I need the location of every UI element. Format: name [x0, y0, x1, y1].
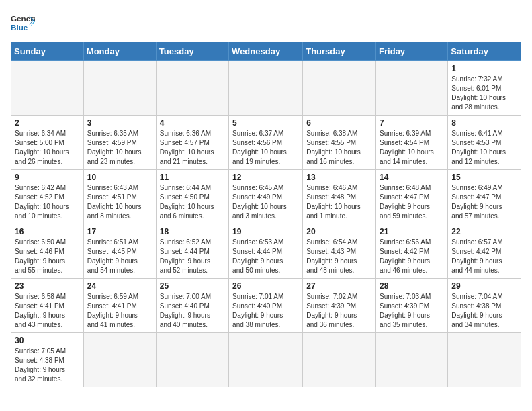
calendar-cell [156, 333, 228, 387]
day-number: 20 [306, 227, 372, 236]
day-info: Sunrise: 6:45 AM Sunset: 4:49 PM Dayligh… [232, 183, 299, 221]
day-number: 25 [160, 281, 225, 291]
day-number: 12 [232, 173, 299, 182]
calendar-cell: 9Sunrise: 6:42 AM Sunset: 4:52 PM Daylig… [11, 170, 84, 224]
day-number: 6 [306, 118, 372, 128]
day-info: Sunrise: 6:57 AM Sunset: 4:42 PM Dayligh… [451, 238, 517, 275]
day-number: 17 [87, 227, 152, 236]
col-header-thursday: Thursday [303, 42, 376, 61]
day-number: 3 [87, 118, 152, 128]
day-number: 13 [306, 173, 372, 182]
calendar-cell [448, 333, 521, 387]
logo: General Blue [11, 11, 35, 35]
col-header-monday: Monday [83, 42, 156, 61]
day-info: Sunrise: 6:39 AM Sunset: 4:54 PM Dayligh… [380, 129, 444, 167]
calendar-cell: 3Sunrise: 6:35 AM Sunset: 4:59 PM Daylig… [83, 116, 156, 170]
calendar-cell: 1Sunrise: 7:32 AM Sunset: 6:01 PM Daylig… [448, 61, 521, 116]
calendar-week-4: 16Sunrise: 6:50 AM Sunset: 4:46 PM Dayli… [11, 224, 521, 279]
calendar-header-row: SundayMondayTuesdayWednesdayThursdayFrid… [11, 42, 521, 61]
calendar-cell [376, 61, 448, 116]
day-info: Sunrise: 6:38 AM Sunset: 4:55 PM Dayligh… [306, 129, 372, 167]
day-number: 21 [380, 227, 444, 236]
day-info: Sunrise: 6:41 AM Sunset: 4:53 PM Dayligh… [451, 129, 517, 167]
day-number: 5 [232, 118, 299, 128]
day-number: 9 [15, 173, 80, 182]
calendar-cell: 22Sunrise: 6:57 AM Sunset: 4:42 PM Dayli… [448, 224, 521, 279]
day-number: 8 [451, 118, 517, 128]
calendar-cell [11, 61, 84, 116]
day-number: 27 [306, 281, 372, 291]
day-number: 22 [451, 227, 517, 236]
calendar-cell: 8Sunrise: 6:41 AM Sunset: 4:53 PM Daylig… [448, 116, 521, 170]
calendar-cell: 14Sunrise: 6:48 AM Sunset: 4:47 PM Dayli… [376, 170, 448, 224]
day-number: 24 [87, 281, 152, 291]
col-header-friday: Friday [376, 42, 448, 61]
calendar-cell: 30Sunrise: 7:05 AM Sunset: 4:38 PM Dayli… [11, 333, 84, 387]
calendar-cell: 6Sunrise: 6:38 AM Sunset: 4:55 PM Daylig… [303, 116, 376, 170]
calendar-cell: 29Sunrise: 7:04 AM Sunset: 4:38 PM Dayli… [448, 279, 521, 333]
day-info: Sunrise: 7:32 AM Sunset: 6:01 PM Dayligh… [451, 75, 517, 112]
day-info: Sunrise: 6:42 AM Sunset: 4:52 PM Dayligh… [15, 183, 80, 221]
svg-text:Blue: Blue [11, 23, 28, 32]
day-info: Sunrise: 6:37 AM Sunset: 4:56 PM Dayligh… [232, 129, 299, 167]
calendar-cell: 5Sunrise: 6:37 AM Sunset: 4:56 PM Daylig… [229, 116, 303, 170]
day-number: 16 [15, 227, 80, 236]
day-info: Sunrise: 6:36 AM Sunset: 4:57 PM Dayligh… [160, 129, 225, 167]
page-header: General Blue [11, 11, 521, 35]
calendar-cell [229, 61, 303, 116]
day-number: 29 [451, 281, 517, 291]
calendar-cell: 4Sunrise: 6:36 AM Sunset: 4:57 PM Daylig… [156, 116, 228, 170]
calendar-table: SundayMondayTuesdayWednesdayThursdayFrid… [11, 42, 521, 387]
col-header-wednesday: Wednesday [229, 42, 303, 61]
calendar-cell [303, 61, 376, 116]
day-number: 4 [160, 118, 225, 128]
calendar-cell: 26Sunrise: 7:01 AM Sunset: 4:40 PM Dayli… [229, 279, 303, 333]
day-number: 11 [160, 173, 225, 182]
day-info: Sunrise: 6:34 AM Sunset: 5:00 PM Dayligh… [15, 129, 80, 167]
calendar-cell: 27Sunrise: 7:02 AM Sunset: 4:39 PM Dayli… [303, 279, 376, 333]
day-number: 7 [380, 118, 444, 128]
day-info: Sunrise: 7:01 AM Sunset: 4:40 PM Dayligh… [232, 292, 299, 330]
calendar-cell: 23Sunrise: 6:58 AM Sunset: 4:41 PM Dayli… [11, 279, 84, 333]
day-number: 10 [87, 173, 152, 182]
calendar-cell: 28Sunrise: 7:03 AM Sunset: 4:39 PM Dayli… [376, 279, 448, 333]
calendar-week-3: 9Sunrise: 6:42 AM Sunset: 4:52 PM Daylig… [11, 170, 521, 224]
day-info: Sunrise: 6:43 AM Sunset: 4:51 PM Dayligh… [87, 183, 152, 221]
calendar-cell [229, 333, 303, 387]
calendar-cell: 11Sunrise: 6:44 AM Sunset: 4:50 PM Dayli… [156, 170, 228, 224]
day-info: Sunrise: 6:52 AM Sunset: 4:44 PM Dayligh… [160, 238, 225, 275]
day-info: Sunrise: 6:35 AM Sunset: 4:59 PM Dayligh… [87, 129, 152, 167]
day-info: Sunrise: 6:48 AM Sunset: 4:47 PM Dayligh… [380, 183, 444, 221]
day-info: Sunrise: 6:54 AM Sunset: 4:43 PM Dayligh… [306, 238, 372, 275]
day-info: Sunrise: 6:56 AM Sunset: 4:42 PM Dayligh… [380, 238, 444, 275]
calendar-cell: 10Sunrise: 6:43 AM Sunset: 4:51 PM Dayli… [83, 170, 156, 224]
calendar-cell [376, 333, 448, 387]
day-info: Sunrise: 6:44 AM Sunset: 4:50 PM Dayligh… [160, 183, 225, 221]
day-number: 26 [232, 281, 299, 291]
day-info: Sunrise: 7:05 AM Sunset: 4:38 PM Dayligh… [15, 347, 80, 384]
day-number: 1 [451, 64, 517, 73]
day-info: Sunrise: 7:02 AM Sunset: 4:39 PM Dayligh… [306, 292, 372, 330]
calendar-cell [303, 333, 376, 387]
calendar-cell: 12Sunrise: 6:45 AM Sunset: 4:49 PM Dayli… [229, 170, 303, 224]
day-number: 23 [15, 281, 80, 291]
day-info: Sunrise: 6:49 AM Sunset: 4:47 PM Dayligh… [451, 183, 517, 221]
calendar-cell: 18Sunrise: 6:52 AM Sunset: 4:44 PM Dayli… [156, 224, 228, 279]
day-info: Sunrise: 7:04 AM Sunset: 4:38 PM Dayligh… [451, 292, 517, 330]
calendar-week-6: 30Sunrise: 7:05 AM Sunset: 4:38 PM Dayli… [11, 333, 521, 387]
calendar-cell [156, 61, 228, 116]
day-number: 19 [232, 227, 299, 236]
calendar-cell [83, 61, 156, 116]
day-number: 18 [160, 227, 225, 236]
col-header-tuesday: Tuesday [156, 42, 228, 61]
col-header-sunday: Sunday [11, 42, 84, 61]
calendar-week-2: 2Sunrise: 6:34 AM Sunset: 5:00 PM Daylig… [11, 116, 521, 170]
day-info: Sunrise: 6:51 AM Sunset: 4:45 PM Dayligh… [87, 238, 152, 275]
day-info: Sunrise: 6:59 AM Sunset: 4:41 PM Dayligh… [87, 292, 152, 330]
day-number: 30 [15, 336, 80, 345]
calendar-cell: 13Sunrise: 6:46 AM Sunset: 4:48 PM Dayli… [303, 170, 376, 224]
calendar-cell [83, 333, 156, 387]
calendar-cell: 17Sunrise: 6:51 AM Sunset: 4:45 PM Dayli… [83, 224, 156, 279]
calendar-cell: 21Sunrise: 6:56 AM Sunset: 4:42 PM Dayli… [376, 224, 448, 279]
day-info: Sunrise: 7:00 AM Sunset: 4:40 PM Dayligh… [160, 292, 225, 330]
